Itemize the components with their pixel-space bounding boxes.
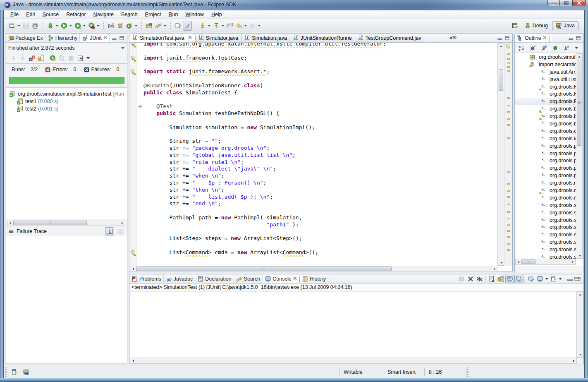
- minimize-view-icon[interactable]: [497, 36, 502, 40]
- prev-annotation-button[interactable]: [212, 21, 221, 31]
- warning-overview-mark[interactable]: [507, 70, 510, 72]
- sort-az-button[interactable]: az: [517, 44, 526, 52]
- stop-junit-button[interactable]: [67, 54, 76, 62]
- warning-overview-mark[interactable]: [507, 66, 510, 68]
- warning-overview-mark[interactable]: [507, 230, 510, 232]
- scrollbar-arrow[interactable]: [516, 259, 521, 264]
- maximize-button[interactable]: [560, 0, 572, 6]
- title-bar[interactable]: Java - drools-simulator/src/main/java/or…: [0, 0, 588, 10]
- minimize-view-icon[interactable]: [569, 36, 574, 40]
- minimize-button[interactable]: [547, 0, 560, 6]
- outline-item[interactable]: org.drools.K: [515, 83, 583, 91]
- close-button[interactable]: [572, 0, 586, 6]
- search-flashlight-dropdown-arrow[interactable]: [164, 25, 166, 26]
- warning-overview-mark[interactable]: [507, 204, 510, 205]
- outline-item[interactable]: org.drools.b: [515, 120, 583, 127]
- junit-tab-junit[interactable]: UJUnit: [80, 34, 110, 42]
- editor-tab-simulationtest-java[interactable]: JSimulationTest.java: [129, 34, 196, 42]
- outline-item[interactable]: org.drools.P: [515, 98, 583, 105]
- junit-tree-root-item[interactable]: org.drools.simulation.impl.SimulationTes…: [6, 90, 127, 98]
- outline-item[interactable]: java.util.Arra: [515, 68, 583, 76]
- minimize-view-icon[interactable]: [112, 36, 117, 40]
- toggle-mark-occurrences-button[interactable]: [174, 21, 183, 31]
- outline-item[interactable]: org.drools.s: [515, 246, 583, 253]
- console-tab-javadoc[interactable]: @Javadoc: [164, 274, 196, 283]
- clear-console-button[interactable]: [487, 275, 496, 283]
- run-last-button[interactable]: [73, 21, 82, 31]
- scrollbar-thumb[interactable]: [521, 259, 535, 264]
- menu-edit[interactable]: Edit: [22, 11, 39, 18]
- next-failure-button[interactable]: [9, 54, 18, 62]
- warning-overview-mark[interactable]: [507, 190, 510, 192]
- outline-item[interactable]: org.drools.r: [515, 194, 583, 202]
- show-stderr-button[interactable]: [514, 275, 523, 283]
- editor-tab-testgroupcommand-jav[interactable]: JTestGroupCommand.jav: [355, 34, 425, 42]
- next-annotation-dropdown-arrow[interactable]: [208, 25, 210, 26]
- rerun-test-button[interactable]: [48, 54, 57, 62]
- scrollbar-arrow[interactable]: [130, 266, 136, 271]
- warning-overview-mark[interactable]: [507, 58, 510, 60]
- warning-overview-mark[interactable]: [507, 105, 510, 106]
- warning-overview-mark[interactable]: [507, 62, 510, 64]
- prev-failure-button[interactable]: [18, 54, 27, 62]
- menu-file[interactable]: File: [7, 11, 22, 18]
- outline-item[interactable]: org.drools.r: [515, 179, 583, 187]
- scrollbar-arrow[interactable]: [571, 358, 576, 363]
- run-button[interactable]: [60, 21, 69, 31]
- forward-button[interactable]: [248, 21, 257, 31]
- rerun-failed-button[interactable]: [57, 54, 67, 62]
- scrollbar-arrow[interactable]: [120, 220, 125, 226]
- new-package-button[interactable]: [116, 21, 125, 31]
- open-type-button[interactable]: [145, 21, 154, 31]
- debug-button[interactable]: [46, 21, 55, 31]
- scrollbar-arrow[interactable]: [577, 253, 582, 258]
- fast-view-icon[interactable]: [11, 369, 18, 375]
- run-last-dropdown-arrow[interactable]: [83, 25, 86, 26]
- mylyn-monitor-icon[interactable]: M: [23, 369, 29, 375]
- junit-tree-test-item[interactable]: test2(0.001 s): [6, 105, 127, 113]
- warning-overview-mark[interactable]: [507, 171, 510, 173]
- new-class-button[interactable]: C: [125, 21, 134, 31]
- warning-overview-mark[interactable]: [507, 196, 510, 198]
- editor-vscrollbar[interactable]: [497, 43, 504, 266]
- scrollbar-arrow[interactable]: [7, 220, 13, 226]
- failure-trace-content[interactable]: [6, 236, 127, 363]
- scrollbar-arrow[interactable]: [578, 352, 583, 357]
- menu-run[interactable]: Run: [165, 11, 182, 18]
- outline-item[interactable]: org.drools.p: [515, 142, 583, 150]
- run-dropdown-arrow[interactable]: [69, 25, 72, 26]
- scrollbar-arrow[interactable]: [499, 260, 504, 265]
- warning-icon[interactable]: [130, 69, 137, 75]
- remove-all-button[interactable]: [475, 275, 484, 283]
- maximize-view-icon[interactable]: [120, 36, 124, 40]
- minimize-view-icon[interactable]: [567, 277, 572, 281]
- editor-hscrollbar[interactable]: [130, 266, 497, 272]
- search-flashlight-button[interactable]: [154, 21, 163, 31]
- menu-refactor[interactable]: Refactor: [62, 11, 89, 18]
- console-tab-search[interactable]: Search: [234, 274, 263, 283]
- warning-icon[interactable]: [130, 55, 137, 62]
- prev-annotation-dropdown-arrow[interactable]: [222, 25, 224, 26]
- scrollbar-arrow[interactable]: [577, 292, 583, 297]
- outline-hscrollbar[interactable]: [515, 259, 576, 265]
- scroll-lock-button[interactable]: [496, 275, 505, 283]
- outline-item[interactable]: java.util.List: [515, 76, 583, 83]
- new-java-project-button[interactable]: J: [107, 21, 116, 31]
- back-button[interactable]: [234, 21, 244, 31]
- pin-console-button[interactable]: [526, 275, 535, 283]
- outline-item[interactable]: org.drools.s: [515, 216, 583, 224]
- junit-tab-package-ex[interactable]: Package Ex: [5, 34, 45, 42]
- outline-item[interactable]: org.drools.K: [515, 90, 583, 98]
- outline-vscrollbar[interactable]: [576, 53, 583, 259]
- outline-item[interactable]: org.drools.s: [515, 209, 583, 216]
- next-annotation-button[interactable]: [198, 21, 207, 31]
- save-button[interactable]: [22, 21, 31, 31]
- last-edit-location-button[interactable]: [225, 21, 234, 31]
- back-dropdown-arrow[interactable]: [244, 25, 247, 26]
- test-history-button[interactable]: [76, 54, 85, 62]
- outline-tab-outline[interactable]: Outline: [515, 34, 550, 42]
- menu-help[interactable]: Help: [208, 11, 226, 18]
- console-output[interactable]: [130, 291, 583, 358]
- outline-item[interactable]: org.drools.s: [515, 202, 583, 209]
- close-icon[interactable]: [293, 276, 297, 282]
